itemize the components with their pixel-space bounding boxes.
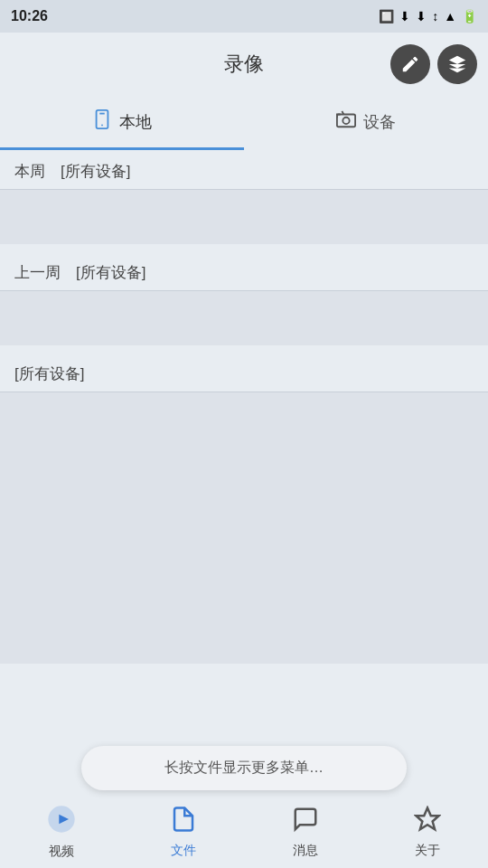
tab-local[interactable]: 本地 xyxy=(0,96,244,150)
tabs: 本地 设备 xyxy=(0,96,488,150)
header: 录像 xyxy=(0,33,488,96)
section-all-devices-content xyxy=(0,392,488,664)
svg-rect-3 xyxy=(337,115,355,127)
layers-button[interactable] xyxy=(437,44,477,84)
section-this-week-content xyxy=(0,190,488,244)
section-this-week: 本周 [所有设备] xyxy=(0,150,488,244)
svg-marker-8 xyxy=(416,807,438,829)
tab-device-label: 设备 xyxy=(363,111,396,133)
bottom-item-video[interactable]: 视频 xyxy=(0,805,122,860)
content-area: 本周 [所有设备] 上一周 [所有设备] [所有设备] xyxy=(0,150,488,796)
bottom-bar: 视频 文件 消息 关于 xyxy=(0,796,488,868)
status-time: 10:26 xyxy=(11,8,48,24)
status-icons: 🔲 ⬇ ⬇ ↕ ▲ 🔋 xyxy=(379,9,477,24)
tab-local-label: 本地 xyxy=(119,111,152,133)
notification-icon: 🔲 xyxy=(379,9,394,24)
messages-icon xyxy=(292,806,319,839)
section-last-week-content xyxy=(0,291,488,345)
video-icon xyxy=(47,805,76,840)
bottom-label-messages: 消息 xyxy=(293,843,318,859)
bottom-label-about: 关于 xyxy=(415,843,440,859)
edit-icon xyxy=(400,54,420,74)
edit-button[interactable] xyxy=(390,44,430,84)
status-bar: 10:26 🔲 ⬇ ⬇ ↕ ▲ 🔋 xyxy=(0,0,488,33)
bottom-item-files[interactable]: 文件 xyxy=(122,806,244,859)
bottom-item-messages[interactable]: 消息 xyxy=(244,806,366,859)
about-icon xyxy=(414,806,441,839)
tab-device[interactable]: 设备 xyxy=(244,96,488,150)
svg-point-2 xyxy=(101,125,103,127)
spacer-2 xyxy=(0,345,488,353)
toast-text: 长按文件显示更多菜单… xyxy=(164,760,324,775)
section-last-week-header: 上一周 [所有设备] xyxy=(0,251,488,290)
camera-icon xyxy=(336,109,356,134)
download2-icon: ⬇ xyxy=(416,9,427,24)
bottom-label-files: 文件 xyxy=(171,843,196,859)
layers-icon xyxy=(447,54,467,74)
bottom-label-video: 视频 xyxy=(49,844,74,860)
spacer-1 xyxy=(0,244,488,251)
section-last-week: 上一周 [所有设备] xyxy=(0,251,488,345)
section-all-devices-header: [所有设备] xyxy=(0,353,488,392)
download-icon: ⬇ xyxy=(399,9,410,24)
bottom-item-about[interactable]: 关于 xyxy=(366,806,488,859)
files-icon xyxy=(170,806,197,839)
page-title: 录像 xyxy=(224,51,264,78)
svg-point-4 xyxy=(343,118,349,124)
header-actions xyxy=(390,44,477,84)
phone-icon xyxy=(92,109,112,134)
wifi-icon: ▲ xyxy=(444,9,456,24)
data-icon: ↕ xyxy=(432,9,438,24)
section-this-week-header: 本周 [所有设备] xyxy=(0,150,488,189)
battery-icon: 🔋 xyxy=(462,9,477,24)
section-all-devices: [所有设备] xyxy=(0,353,488,664)
toast-message: 长按文件显示更多菜单… xyxy=(81,746,407,790)
